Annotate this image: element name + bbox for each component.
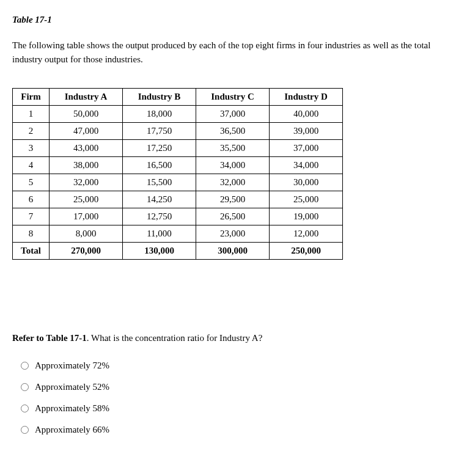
- question-text: Refer to Table 17-1. What is the concent…: [12, 333, 444, 343]
- header-industry-b: Industry B: [123, 89, 196, 106]
- cell-value: 29,500: [196, 191, 270, 208]
- table-total-row: Total 270,000 130,000 300,000 250,000: [13, 243, 343, 260]
- cell-value: 12,750: [123, 208, 196, 225]
- table-row: 6 25,000 14,250 29,500 25,000: [13, 191, 343, 208]
- question-prefix: Refer to Table 17-1: [12, 333, 87, 343]
- cell-value: 34,000: [270, 157, 343, 174]
- header-industry-a: Industry A: [50, 89, 123, 106]
- cell-total-value: 300,000: [196, 243, 270, 260]
- cell-value: 8,000: [50, 225, 123, 243]
- cell-value: 14,250: [123, 191, 196, 208]
- cell-firm: 6: [13, 191, 50, 208]
- industry-table: Firm Industry A Industry B Industry C In…: [12, 88, 343, 260]
- cell-value: 25,000: [270, 191, 343, 208]
- cell-value: 19,000: [270, 208, 343, 225]
- cell-firm: 7: [13, 208, 50, 225]
- cell-firm: 4: [13, 157, 50, 174]
- table-row: 2 47,000 17,750 36,500 39,000: [13, 123, 343, 140]
- cell-value: 17,000: [50, 208, 123, 225]
- cell-value: 25,000: [50, 191, 123, 208]
- option-label: Approximately 58%: [35, 403, 109, 414]
- question-body: . What is the concentration ratio for In…: [87, 333, 263, 343]
- cell-value: 32,000: [196, 174, 270, 191]
- cell-value: 36,500: [196, 123, 270, 140]
- cell-value: 16,500: [123, 157, 196, 174]
- cell-value: 43,000: [50, 140, 123, 157]
- table-row: 3 43,000 17,250 35,500 37,000: [13, 140, 343, 157]
- cell-total-value: 130,000: [123, 243, 196, 260]
- cell-value: 38,000: [50, 157, 123, 174]
- option-item: Approximately 66%: [21, 425, 444, 435]
- cell-value: 50,000: [50, 106, 123, 123]
- cell-total-value: 250,000: [270, 243, 343, 260]
- option-item: Approximately 58%: [21, 403, 444, 414]
- option-item: Approximately 72%: [21, 361, 444, 371]
- option-label: Approximately 72%: [35, 361, 109, 371]
- cell-firm: 8: [13, 225, 50, 243]
- table-header-row: Firm Industry A Industry B Industry C In…: [13, 89, 343, 106]
- cell-value: 40,000: [270, 106, 343, 123]
- cell-value: 15,500: [123, 174, 196, 191]
- cell-firm: 5: [13, 174, 50, 191]
- header-industry-d: Industry D: [270, 89, 343, 106]
- cell-value: 35,500: [196, 140, 270, 157]
- cell-total-label: Total: [13, 243, 50, 260]
- cell-value: 23,000: [196, 225, 270, 243]
- cell-value: 18,000: [123, 106, 196, 123]
- header-industry-c: Industry C: [196, 89, 270, 106]
- cell-firm: 3: [13, 140, 50, 157]
- cell-firm: 2: [13, 123, 50, 140]
- cell-value: 47,000: [50, 123, 123, 140]
- cell-value: 37,000: [270, 140, 343, 157]
- table-title: Table 17-1: [12, 15, 444, 25]
- cell-value: 32,000: [50, 174, 123, 191]
- table-description: The following table shows the output pro…: [12, 38, 444, 66]
- option-label: Approximately 52%: [35, 382, 109, 392]
- option-radio-2[interactable]: [21, 405, 29, 412]
- table-row: 4 38,000 16,500 34,000 34,000: [13, 157, 343, 174]
- cell-value: 26,500: [196, 208, 270, 225]
- cell-value: 17,750: [123, 123, 196, 140]
- cell-value: 30,000: [270, 174, 343, 191]
- cell-total-value: 270,000: [50, 243, 123, 260]
- option-label: Approximately 66%: [35, 425, 109, 435]
- answer-options: Approximately 72% Approximately 52% Appr…: [12, 361, 444, 435]
- option-radio-1[interactable]: [21, 383, 29, 391]
- cell-value: 17,250: [123, 140, 196, 157]
- cell-value: 34,000: [196, 157, 270, 174]
- cell-firm: 1: [13, 106, 50, 123]
- header-firm: Firm: [13, 89, 50, 106]
- table-row: 7 17,000 12,750 26,500 19,000: [13, 208, 343, 225]
- cell-value: 37,000: [196, 106, 270, 123]
- option-radio-3[interactable]: [21, 426, 29, 434]
- table-row: 5 32,000 15,500 32,000 30,000: [13, 174, 343, 191]
- option-radio-0[interactable]: [21, 362, 29, 370]
- option-item: Approximately 52%: [21, 382, 444, 392]
- cell-value: 39,000: [270, 123, 343, 140]
- cell-value: 12,000: [270, 225, 343, 243]
- table-row: 8 8,000 11,000 23,000 12,000: [13, 225, 343, 243]
- cell-value: 11,000: [123, 225, 196, 243]
- table-row: 1 50,000 18,000 37,000 40,000: [13, 106, 343, 123]
